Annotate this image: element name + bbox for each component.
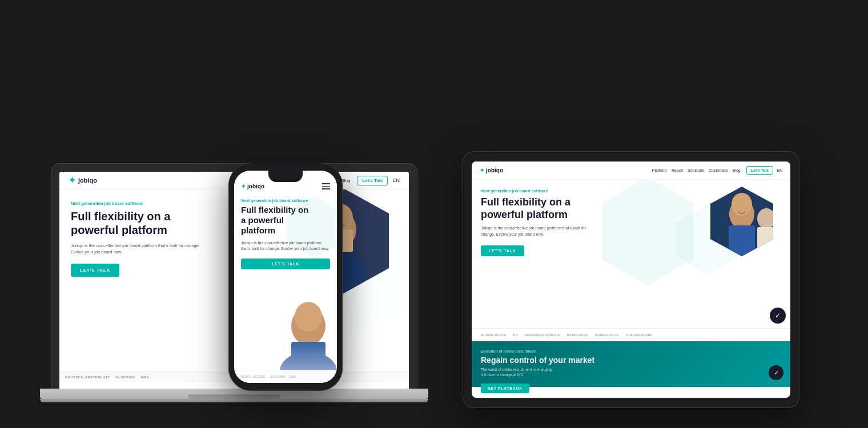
tablet-nav-platform[interactable]: Platform	[652, 168, 667, 172]
tablet-logo-3: SCHWÄBISCH MEDIA	[525, 333, 560, 337]
tablet-shield-badge: ✓	[770, 308, 786, 324]
laptop-logo-3: ema	[141, 375, 150, 379]
phone-logo-2: ELSEVIER	[271, 375, 285, 378]
tablet-control-sub: The world of online recruitment is chang…	[481, 367, 781, 377]
tablet-shield-badge-bottom: ✓	[769, 365, 783, 380]
laptop-headline: Full flexibility on a powerful platform	[71, 209, 219, 237]
tablet-nav-solutions[interactable]: Solutions	[688, 168, 704, 172]
tablet-nav: ✦ jobiqo Platform Reach Solutions Custom…	[472, 161, 790, 180]
svg-point-10	[295, 302, 322, 332]
tablet-headline: Full flexibility on a powerful platform	[481, 196, 612, 221]
phone-cta-button[interactable]: LET'S TALK	[241, 259, 330, 269]
laptop-cta-button[interactable]: LET'S TALK	[71, 264, 119, 277]
tablet-logo-4: KAMPAJOBS	[567, 333, 588, 337]
hamburger-line-1	[322, 183, 330, 184]
phone-logo-icon: ✦	[241, 183, 246, 189]
tablet-evolution-label: Evolution of online recruitment	[481, 349, 781, 353]
phone-headline-3: platform	[241, 225, 275, 235]
laptop-logo: ✦ jobiqo	[69, 175, 97, 185]
laptop-logo-2: ELSEVIER	[116, 375, 135, 379]
tablet-lets-talk-btn[interactable]: Let's Talk	[746, 166, 774, 175]
tablet-playbook-button[interactable]: GET PLAYBOOK	[481, 383, 529, 393]
phone-logo-bar: Deuts. Ärztebl. ELSEVIER ema	[234, 370, 337, 383]
phone-logo-1: Deuts. Ärztebl.	[241, 375, 266, 378]
phone-logo-text: jobiqo	[247, 183, 264, 189]
phone-device: ✦ jobiqo Next generation job board softw…	[228, 163, 343, 391]
phone-screen: ✦ jobiqo Next generation job board softw…	[234, 171, 337, 383]
svg-marker-13	[602, 180, 693, 285]
tablet-cta-button[interactable]: LET'S TALK	[481, 245, 524, 256]
tablet-sub-1: The world of online recruitment is chang…	[481, 368, 553, 372]
laptop-headline-2: powerful platform	[71, 224, 167, 236]
tablet-headline-2: powerful platform	[481, 209, 568, 220]
tablet-nav-blog[interactable]: Blog	[733, 168, 741, 172]
phone-logo-3: ema	[290, 375, 296, 378]
tablet-screen: ✦ jobiqo Platform Reach Solutions Custom…	[472, 161, 790, 398]
tablet-nav-links: Platform Reach Solutions Customers Blog	[652, 168, 741, 172]
tablet-logo-5: meinestelle	[595, 333, 619, 337]
phone-notch	[268, 171, 303, 182]
tablet-outer: ✦ jobiqo Platform Reach Solutions Custom…	[463, 151, 799, 408]
laptop-headline-1: Full flexibility on a	[71, 210, 170, 223]
phone-hamburger[interactable]	[322, 183, 330, 189]
phone-outer: ✦ jobiqo Next generation job board softw…	[228, 163, 343, 391]
tablet-subtext: Jobiqo is the cost-effective job board p…	[481, 225, 601, 237]
hamburger-line-2	[322, 186, 330, 187]
tablet-logo-1: BOARD MATCH	[481, 333, 506, 337]
laptop-lets-talk-btn[interactable]: Let's Talk	[357, 176, 388, 185]
tablet-logo-icon: ✦	[480, 167, 484, 173]
laptop-logo-icon: ✦	[69, 175, 76, 185]
tablet-logo-text: jobiqo	[486, 167, 503, 173]
tablet-logo: ✦ jobiqo	[480, 167, 503, 173]
tablet-device: ✦ jobiqo Platform Reach Solutions Custom…	[463, 151, 799, 408]
hamburger-line-3	[322, 188, 330, 189]
svg-point-20	[757, 208, 775, 229]
phone-headline: Full flexibility on a powerful platform	[241, 205, 330, 236]
svg-rect-19	[729, 225, 755, 259]
tablet-control-title: Regain control of your market	[481, 356, 781, 365]
tablet-logo-bar: BOARD MATCH pd SCHWÄBISCH MEDIA KAMPAJOB…	[472, 328, 790, 341]
tablet-logo-2: pd	[513, 333, 517, 337]
phone-person-area	[234, 292, 337, 383]
tablet-lang[interactable]: EN	[777, 168, 782, 172]
tablet-person-container	[705, 184, 779, 259]
laptop-logo-1: Deutsch Ärzteblatt	[65, 375, 110, 379]
svg-rect-21	[757, 227, 774, 259]
tablet-nav-reach[interactable]: Reach	[672, 168, 683, 172]
svg-point-18	[732, 193, 752, 216]
laptop-foot	[40, 399, 428, 402]
phone-headline-2: a powerful	[241, 215, 284, 225]
laptop-lang[interactable]: EN	[392, 177, 400, 183]
tablet-headline-1: Full flexibility on a	[481, 196, 570, 208]
tablet-bottom-section: Evolution of online recruitment Regain c…	[472, 341, 790, 387]
phone-subtext: Jobiqo is the cost-effective job board p…	[241, 240, 330, 252]
phone-tagline: Next generation job board software	[241, 199, 330, 203]
tablet-person-svg	[705, 184, 779, 259]
tablet-hero: Next generation job board software Full …	[472, 180, 790, 328]
phone-hero: Next generation job board software Full …	[234, 193, 337, 275]
tablet-logo-6: OnlyEngineer	[626, 333, 653, 337]
scene: ✦ jobiqo Platform Reach Solutions Custom…	[34, 9, 834, 419]
laptop-subtext: Jobiqo is the cost-effective job board p…	[71, 243, 208, 256]
phone-logo: ✦ jobiqo	[241, 183, 322, 189]
phone-headline-1: Full flexibility on	[241, 205, 308, 215]
laptop-logo-text: jobiqo	[78, 177, 97, 184]
tablet-sub-2: It is time to change with it.	[481, 373, 524, 377]
tablet-nav-customers[interactable]: Customers	[709, 168, 728, 172]
